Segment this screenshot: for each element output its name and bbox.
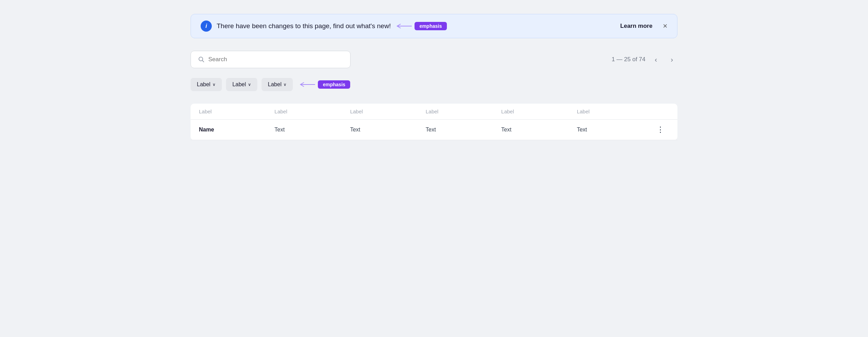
cell-text-2: Text — [350, 127, 426, 133]
row-menu-button[interactable]: ⋮ — [652, 125, 669, 134]
search-box[interactable] — [191, 51, 351, 68]
close-button[interactable]: × — [663, 22, 667, 30]
cell-text-5: Text — [577, 127, 652, 133]
filter-button-1[interactable]: Label ∨ — [191, 78, 222, 91]
pagination-text: 1 — 25 of 74 — [612, 56, 645, 63]
banner-message: There have been changes to this page, fi… — [217, 22, 391, 30]
search-row: 1 — 25 of 74 ‹ › — [191, 51, 677, 68]
cell-text-4: Text — [501, 127, 577, 133]
table-header: Label Label Label Label Label Label — [191, 104, 677, 120]
chevron-down-icon-2: ∨ — [248, 82, 251, 87]
cell-name: Name — [199, 127, 274, 133]
table-row: Name Text Text Text Text Text ⋮ — [191, 120, 677, 140]
cell-text-3: Text — [426, 127, 501, 133]
col-header-5: Label — [501, 109, 577, 114]
cell-text-1: Text — [274, 127, 350, 133]
filter-row: Label ∨ Label ∨ Label ∨ emphasis — [191, 78, 677, 91]
filter-label-3: Label — [268, 81, 281, 88]
prev-page-button[interactable]: ‹ — [650, 54, 661, 65]
info-icon: i — [201, 21, 212, 32]
col-header-2: Label — [274, 109, 350, 114]
next-page-button[interactable]: › — [666, 54, 677, 65]
filter-emphasis-container: emphasis — [298, 80, 350, 89]
col-header-6: Label — [577, 109, 652, 114]
table: Label Label Label Label Label Label Name… — [191, 104, 677, 140]
banner-text: There have been changes to this page, fi… — [217, 22, 616, 30]
emphasis-badge: emphasis — [415, 22, 447, 30]
col-header-actions — [652, 109, 669, 114]
filter-label-1: Label — [197, 81, 210, 88]
filter-button-2[interactable]: Label ∨ — [226, 78, 257, 91]
filter-arrow-left-icon — [298, 82, 315, 87]
filter-label-2: Label — [232, 81, 246, 88]
chevron-down-icon-1: ∨ — [212, 82, 216, 87]
svg-line-2 — [202, 61, 204, 62]
col-header-4: Label — [426, 109, 501, 114]
banner-arrow: emphasis — [395, 22, 447, 30]
col-header-3: Label — [350, 109, 426, 114]
search-input[interactable] — [208, 56, 343, 63]
page-container: i There have been changes to this page, … — [191, 14, 677, 140]
learn-more-button[interactable]: Learn more — [620, 23, 653, 30]
filter-emphasis-badge: emphasis — [318, 80, 350, 89]
chevron-down-icon-3: ∨ — [283, 82, 287, 87]
search-icon — [198, 56, 205, 63]
arrow-left-icon — [395, 23, 412, 29]
col-header-1: Label — [199, 109, 274, 114]
filter-button-3[interactable]: Label ∨ — [262, 78, 293, 91]
pagination: 1 — 25 of 74 ‹ › — [612, 54, 677, 65]
info-banner: i There have been changes to this page, … — [191, 14, 677, 38]
